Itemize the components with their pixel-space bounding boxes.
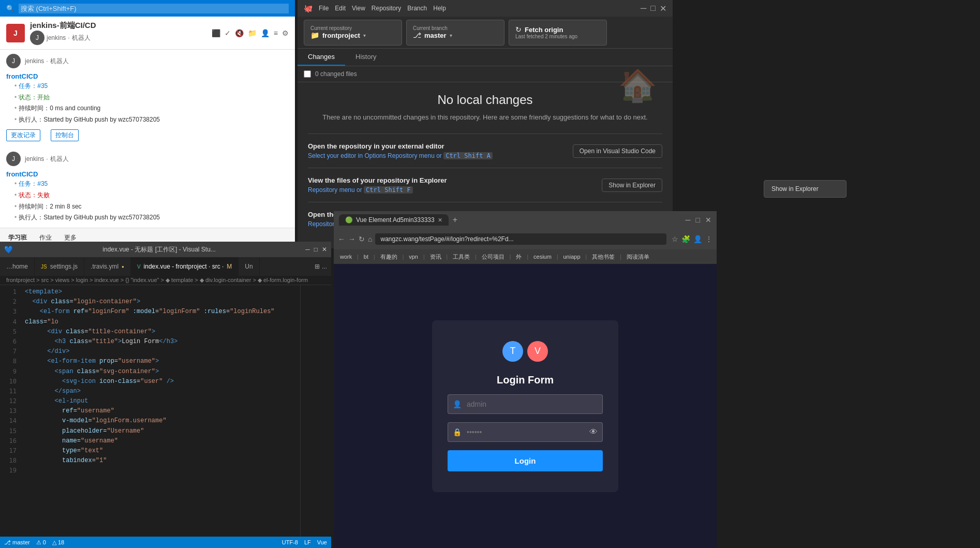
account-icon[interactable]: 👤: [693, 235, 702, 243]
login-top-icons: T V: [502, 341, 548, 362]
forward-button[interactable]: →: [348, 235, 355, 243]
more-icon[interactable]: ⋮: [705, 235, 712, 243]
vscode-tab-travis[interactable]: .travis.yml ●: [84, 257, 131, 276]
bookmark-youqude[interactable]: 有趣的: [378, 252, 399, 262]
vscode-tab-indexvue[interactable]: V index.vue - frontproject · src · M: [131, 257, 239, 276]
more-tabs-icon[interactable]: ...: [322, 263, 327, 270]
suggestion-explorer: View the files of your repository in Exp…: [308, 168, 662, 202]
password-input[interactable]: [448, 422, 603, 442]
branch-icon: ⎇: [413, 31, 421, 39]
menu-edit[interactable]: Edit: [335, 5, 346, 12]
home-button[interactable]: ⌂: [368, 235, 372, 243]
bookmark-other[interactable]: 其他书签: [590, 252, 617, 262]
menu-help[interactable]: Help: [433, 5, 446, 12]
reload-button[interactable]: ↻: [359, 235, 365, 243]
tab-changes[interactable]: Changes: [298, 49, 345, 66]
icon-4[interactable]: 📁: [248, 29, 257, 37]
show-in-explorer-button[interactable]: Show in Explorer: [602, 179, 662, 192]
browser-panel: 🟢 Vue Element Ad5min333333 ✕ + ─ □ ✕ ← →…: [334, 211, 717, 548]
github-window-controls: 🐙: [304, 4, 313, 12]
username-input-group: 👤: [448, 394, 603, 414]
tab-close-icon[interactable]: ✕: [438, 217, 442, 224]
open-vscode-button[interactable]: Open in Visual Studio Code: [573, 144, 662, 158]
build2-executor: 执行人：Started by GitHub push by wzc5707382…: [14, 212, 289, 224]
bookmark-star-icon[interactable]: ☆: [672, 235, 678, 243]
current-repo-button[interactable]: Current repository 📁 frontproject ▾: [304, 20, 402, 46]
jenkins-toolbar-icons: ⬛ ✓ 🔇 📁 👤 ≡ ⚙: [212, 29, 289, 37]
vscode-minimize-icon[interactable]: ─: [305, 246, 310, 253]
current-branch-button[interactable]: Current branch ⎇ master ▾: [406, 20, 504, 46]
maximize-icon[interactable]: □: [650, 4, 656, 13]
build2-duration: 持续时间：2 min 8 sec: [14, 201, 289, 213]
github-toolbar: Current repository 📁 frontproject ▾ Curr…: [298, 17, 673, 49]
jenkins-search-bar: 🔍: [0, 0, 295, 17]
new-tab-button[interactable]: +: [453, 215, 457, 225]
browser-minimize-icon[interactable]: ─: [686, 216, 691, 224]
vscode-editor[interactable]: 12345 678910 1112131415 16171819 <templa…: [0, 285, 331, 537]
vscode-tab-un[interactable]: Un: [239, 257, 259, 276]
vscode-minimap: [300, 285, 331, 537]
modified-dot: M: [227, 263, 232, 270]
icon-6[interactable]: ≡: [274, 29, 278, 37]
vscode-close-icon[interactable]: ✕: [322, 246, 327, 253]
select-all-checkbox[interactable]: [304, 70, 311, 78]
extensions-icon[interactable]: 🧩: [681, 235, 690, 243]
password-input-group: 🔒 👁: [448, 422, 603, 442]
browser-maximize-icon[interactable]: □: [696, 216, 700, 224]
vscode-title: index.vue - 无标题 [工作区] - Visual Stu...: [17, 245, 301, 254]
bookmark-uniapp[interactable]: uniapp: [561, 253, 583, 261]
password-toggle-icon[interactable]: 👁: [589, 427, 598, 437]
vscode-js-icon: JS: [41, 264, 47, 270]
menu-file[interactable]: File: [319, 5, 329, 12]
build1-console-btn[interactable]: 控制台: [51, 129, 79, 141]
menu-view[interactable]: View: [352, 5, 365, 12]
browser-tab-active[interactable]: 🟢 Vue Element Ad5min333333 ✕: [339, 214, 449, 226]
login-button[interactable]: Login: [448, 450, 603, 471]
bookmark-vpn[interactable]: vpn: [407, 253, 420, 261]
bookmark-gongjulei[interactable]: 工具类: [451, 252, 472, 262]
bookmark-bt[interactable]: bt: [362, 253, 370, 261]
menu-branch[interactable]: Branch: [407, 5, 427, 12]
vscode-maximize-icon[interactable]: □: [314, 246, 318, 253]
travis-modified-icon: ●: [122, 264, 124, 269]
branch-chevron-icon: ▾: [450, 33, 452, 38]
build1-task: 任务：#35: [14, 81, 289, 92]
close-icon[interactable]: ✕: [660, 4, 666, 13]
jenkins-build-link-1[interactable]: frontCICD: [6, 72, 38, 80]
browser-close-icon[interactable]: ✕: [705, 216, 711, 224]
back-button[interactable]: ←: [338, 235, 345, 243]
bookmark-wai[interactable]: 外: [514, 252, 524, 262]
no-changes-title: No local changes: [437, 93, 532, 107]
illustration: 🏠: [618, 67, 657, 104]
icon-1[interactable]: ⬛: [212, 29, 220, 37]
jenkins-logo: J: [6, 24, 25, 42]
icon-3[interactable]: 🔇: [235, 29, 244, 37]
build1-changelog-btn[interactable]: 更改记录: [6, 129, 40, 141]
context-show-in-explorer[interactable]: Show in Explorer: [764, 183, 846, 195]
bookmark-reading[interactable]: 阅读清单: [625, 252, 651, 262]
tab-history[interactable]: History: [345, 49, 387, 66]
vscode-tab-home[interactable]: …home: [0, 257, 35, 276]
status-line-ending: LF: [304, 539, 311, 545]
vscode-code-area[interactable]: <template> <div class="login-container">…: [21, 285, 300, 537]
jenkins-build-avatar-1: J: [6, 54, 21, 68]
split-editor-icon[interactable]: ⊞: [315, 263, 320, 270]
jenkins-build-link-2[interactable]: frontCICD: [6, 170, 38, 178]
status-warnings: △ 18: [52, 539, 64, 546]
icon-7[interactable]: ⚙: [282, 29, 289, 37]
url-bar[interactable]: [375, 233, 666, 245]
bookmark-cesium[interactable]: cesium: [531, 253, 554, 261]
minimize-icon[interactable]: ─: [641, 4, 646, 13]
fetch-origin-button[interactable]: ↻ Fetch origin Last fetched 2 minutes ag…: [509, 20, 607, 46]
menu-repository[interactable]: Repository: [372, 5, 401, 12]
vscode-tab-settings[interactable]: JS settings.js: [35, 257, 84, 276]
browser-window-controls: ─ □ ✕: [686, 216, 711, 224]
search-input[interactable]: [19, 4, 289, 13]
bookmark-zixun[interactable]: 资讯: [428, 252, 443, 262]
bookmark-work[interactable]: work: [338, 253, 354, 261]
username-input[interactable]: [448, 394, 603, 414]
icon-5[interactable]: 👤: [261, 29, 270, 37]
vscode-icon: 💙: [4, 245, 13, 254]
bookmark-companypro[interactable]: 公司项目: [480, 252, 507, 262]
icon-2[interactable]: ✓: [225, 29, 231, 37]
